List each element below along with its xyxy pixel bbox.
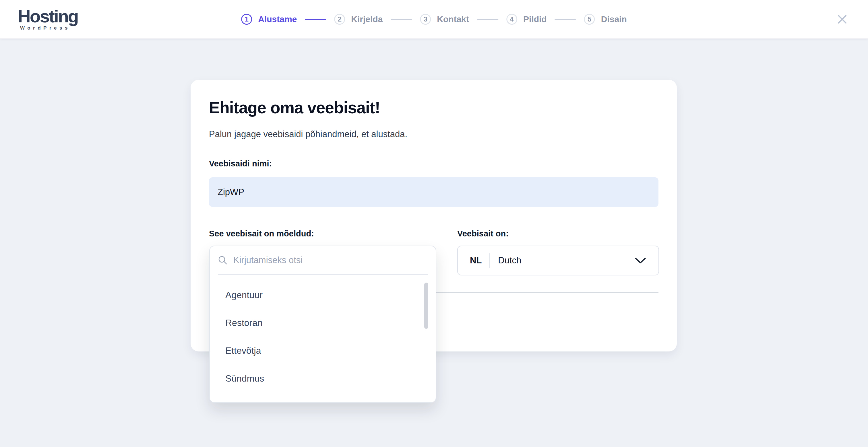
option-ettevotja[interactable]: Ettevõtja (210, 337, 436, 365)
page-subtitle: Palun jagage veebisaidi põhiandmeid, et … (209, 129, 407, 139)
site-type-search-input[interactable] (234, 255, 428, 265)
step-kirjelda[interactable]: 2 Kirjelda (334, 14, 383, 25)
close-icon (836, 13, 848, 25)
step-number: 2 (334, 14, 345, 25)
dropdown-search-row (210, 246, 436, 274)
site-type-dropdown: Agentuur Restoran Ettevõtja Sündmus (209, 246, 436, 403)
step-number: 5 (584, 14, 595, 25)
step-connector (391, 19, 412, 20)
option-sundmus[interactable]: Sündmus (210, 365, 436, 392)
top-bar: Hosting WordPress 1 Alustame 2 Kirjelda … (0, 0, 868, 39)
hosting-logo[interactable]: Hosting WordPress (18, 8, 78, 30)
wizard-main: Ehitage oma veebisait! Palun jagage veeb… (0, 39, 868, 447)
option-agentuur[interactable]: Agentuur (210, 281, 436, 309)
site-name-input[interactable] (209, 177, 658, 207)
step-kontakt[interactable]: 3 Kontakt (420, 14, 469, 25)
step-connector (305, 19, 326, 20)
site-type-options: Agentuur Restoran Ettevõtja Sündmus (210, 275, 436, 392)
page-title: Ehitage oma veebisait! (209, 98, 380, 117)
step-connector (555, 19, 576, 20)
step-disain[interactable]: 5 Disain (584, 14, 627, 25)
step-label: Kontakt (437, 14, 469, 24)
dropdown-scrollbar[interactable] (424, 283, 428, 329)
step-number: 4 (506, 14, 517, 25)
search-icon (218, 255, 228, 265)
site-name-label: Veebisaidi nimi: (209, 159, 272, 168)
step-number: 1 (241, 14, 252, 25)
step-label: Alustame (258, 14, 297, 24)
step-label: Disain (601, 14, 627, 24)
wizard-stepper: 1 Alustame 2 Kirjelda 3 Kontakt 4 Pildid… (241, 14, 627, 25)
wizard-card: Ehitage oma veebisait! Palun jagage veeb… (191, 80, 677, 351)
step-label: Kirjelda (351, 14, 383, 24)
language-code: NL (470, 255, 482, 266)
language-divider (489, 253, 490, 268)
close-button[interactable] (834, 11, 850, 27)
step-number: 3 (420, 14, 431, 25)
logo-subtitle: WordPress (18, 26, 78, 30)
step-label: Pildid (523, 14, 547, 24)
language-select[interactable]: NL Dutch (457, 246, 659, 276)
option-restoran[interactable]: Restoran (210, 309, 436, 337)
step-connector (477, 19, 498, 20)
language-name: Dutch (498, 255, 521, 266)
step-pildid[interactable]: 4 Pildid (506, 14, 547, 25)
language-label: Veebisait on: (457, 229, 508, 238)
chevron-down-icon (634, 257, 646, 264)
site-type-label: See veebisait on mõeldud: (209, 229, 314, 238)
step-alustame[interactable]: 1 Alustame (241, 14, 297, 25)
logo-title: Hosting (18, 8, 78, 25)
